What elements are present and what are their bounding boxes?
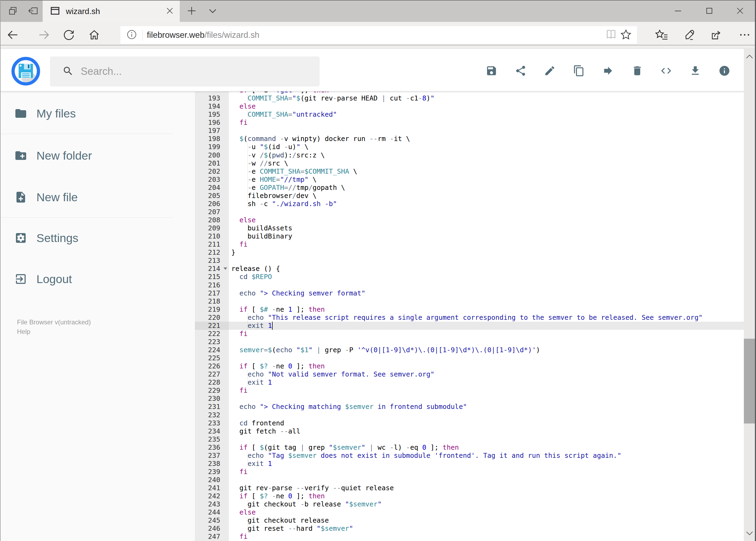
gutter-line-number[interactable]: 211 — [195, 241, 229, 249]
filebrowser-logo[interactable] — [11, 57, 40, 86]
code-line[interactable]: buildAssets — [229, 224, 744, 232]
code-line[interactable]: } — [229, 249, 744, 257]
gutter-line-number[interactable]: 195 — [195, 111, 229, 119]
add-favorite-star-icon[interactable] — [620, 28, 632, 42]
code-line[interactable]: git rev-parse --verify --quiet release — [229, 484, 744, 492]
code-line[interactable]: -u "$(id -u)" \ — [229, 143, 744, 151]
code-line[interactable]: cd frontend — [229, 419, 744, 427]
code-line[interactable]: git reset --hard "$semver" — [229, 525, 744, 533]
search-bar[interactable]: Search... — [50, 56, 320, 86]
gutter-line-number[interactable]: 244 — [195, 508, 229, 516]
code-line[interactable]: else — [229, 508, 744, 516]
gutter-line-number[interactable]: 213 — [195, 257, 229, 265]
code-line[interactable]: exit 1 — [229, 460, 744, 468]
move-button[interactable] — [597, 59, 620, 82]
delete-button[interactable] — [626, 59, 648, 82]
code-line[interactable]: -w //src \ — [229, 159, 744, 168]
gutter-line-number[interactable]: 233 — [195, 419, 229, 427]
gutter-line-number[interactable]: 205 — [195, 192, 229, 200]
gutter-line-number[interactable]: 223 — [195, 338, 229, 346]
home-button[interactable] — [86, 27, 103, 44]
gutter-line-number[interactable]: 225 — [195, 354, 229, 362]
gutter-line-number[interactable]: 237 — [195, 452, 229, 460]
code-editor[interactable]: 1931941951961971981992002012022032042052… — [195, 92, 744, 541]
code-line[interactable] — [229, 395, 744, 403]
code-line[interactable]: fi — [229, 119, 744, 127]
copy-button[interactable] — [568, 59, 590, 82]
gutter-line-number[interactable]: 209 — [195, 224, 229, 232]
gutter-line-number[interactable]: 234 — [195, 427, 229, 435]
code-line[interactable]: fi — [229, 533, 744, 541]
gutter-line-number[interactable]: 240 — [195, 476, 229, 484]
gutter-line-number[interactable]: 216 — [195, 281, 229, 289]
code-line[interactable]: fi — [229, 241, 744, 249]
tab-preview-toggle-button[interactable] — [206, 5, 219, 17]
gutter-line-number[interactable]: 232 — [195, 411, 229, 419]
code-line[interactable]: echo "Tag $semver does not exist in subm… — [229, 452, 744, 460]
download-button[interactable] — [684, 59, 707, 82]
sidebar-item-my-files[interactable]: My files — [14, 105, 76, 122]
gutter-line-number[interactable]: 200 — [195, 151, 229, 159]
set-tabs-aside-button[interactable] — [26, 5, 40, 17]
gutter-line-number[interactable]: 235 — [195, 435, 229, 443]
gutter-line-number[interactable]: 212 — [195, 249, 229, 257]
code-line[interactable]: $(command -v winpty) docker run --rm -it… — [229, 135, 744, 143]
web-notes-pen-button[interactable] — [680, 27, 699, 44]
code-line[interactable]: else — [229, 216, 744, 224]
gutter-line-number[interactable]: 241 — [195, 484, 229, 492]
code-line[interactable]: -e COMMIT_SHA=$COMMIT_SHA \ — [229, 168, 744, 176]
gutter-line-number[interactable]: 203 — [195, 176, 229, 184]
address-bar[interactable]: filebrowser.web/files/wizard.sh — [121, 26, 637, 44]
scrollbar-thumb[interactable] — [744, 339, 755, 423]
settings-more-button[interactable] — [735, 27, 754, 44]
code-line[interactable]: COMMIT_SHA="$(git rev-parse HEAD | cut -… — [229, 94, 744, 102]
code-line[interactable] — [229, 338, 744, 346]
code-line[interactable]: if [ $? -ne 0 ]; then — [229, 492, 744, 500]
gutter-line-number[interactable]: 226 — [195, 362, 229, 370]
forward-button[interactable] — [36, 27, 52, 44]
code-line[interactable]: semver=$(echo "$1" | grep -P '^v(0|[1-9]… — [229, 346, 744, 354]
gutter-line-number[interactable]: 243 — [195, 500, 229, 508]
gutter-line-number[interactable]: 197 — [195, 127, 229, 135]
code-line[interactable] — [229, 297, 744, 305]
browser-tab[interactable]: wizard.sh — [43, 1, 180, 22]
sidebar-item-new-folder[interactable]: New folder — [14, 147, 92, 164]
gutter-line-number[interactable]: 247 — [195, 533, 229, 541]
gutter-line-number[interactable]: 196 — [195, 119, 229, 127]
scrollbar-up-arrow[interactable] — [744, 51, 755, 62]
code-line[interactable]: fi — [229, 386, 744, 395]
code-line[interactable]: COMMIT_SHA="untracked" — [229, 111, 744, 119]
gutter-line-number[interactable]: 206 — [195, 200, 229, 208]
gutter-line-number[interactable]: 221 — [195, 322, 229, 330]
sidebar-item-logout[interactable]: Logout — [14, 270, 72, 287]
code-line[interactable] — [229, 257, 744, 265]
code-lines[interactable]: if [ -d ".git" ]; then COMMIT_SHA="$(git… — [229, 92, 744, 541]
gutter-line-number[interactable]: 207 — [195, 208, 229, 216]
window-minimize-button[interactable] — [669, 1, 687, 22]
refresh-button[interactable] — [61, 27, 77, 44]
code-line[interactable]: if [ $# -ne 1 ]; then — [229, 305, 744, 313]
gutter-line-number[interactable]: 215 — [195, 273, 229, 281]
code-line[interactable]: else — [229, 102, 744, 111]
gutter-line-number[interactable]: 227 — [195, 370, 229, 378]
code-line[interactable]: exit 1 — [229, 378, 744, 386]
code-line[interactable]: git fetch --all — [229, 427, 744, 435]
code-line[interactable]: fi — [229, 330, 744, 338]
code-line[interactable]: release () { — [229, 265, 744, 273]
code-line[interactable]: exit 1 — [229, 322, 744, 330]
gutter-line-number[interactable]: 198 — [195, 135, 229, 143]
code-line[interactable]: echo "> Checking semver format" — [229, 289, 744, 297]
code-line[interactable] — [229, 281, 744, 289]
code-line[interactable]: if [ -d ".git" ]; then — [229, 92, 744, 94]
gutter-line-number[interactable]: 220 — [195, 313, 229, 322]
back-button[interactable] — [4, 27, 21, 44]
code-line[interactable]: sh -c "./wizard.sh -b" — [229, 200, 744, 208]
raw-code-button[interactable] — [655, 59, 677, 82]
gutter-line-number[interactable]: 222 — [195, 330, 229, 338]
tab-close-icon[interactable] — [166, 7, 174, 16]
info-button[interactable] — [713, 59, 736, 82]
code-line[interactable]: -e GOPATH=//tmp/gopath \ — [229, 184, 744, 192]
code-line[interactable] — [229, 411, 744, 419]
gutter-line-number[interactable]: 246 — [195, 525, 229, 533]
gutter-line-number[interactable]: 219 — [195, 305, 229, 313]
